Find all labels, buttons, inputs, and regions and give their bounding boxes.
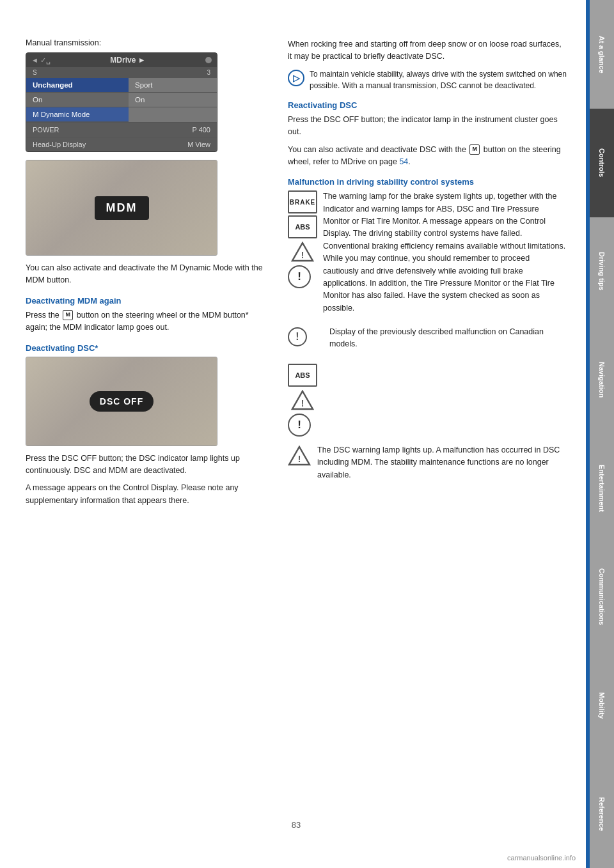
sidebar-label-controls: Controls xyxy=(598,148,606,177)
reactivating-text: Press the DSC OFF button; the indicator … xyxy=(288,114,567,139)
canadian-triangle-icon: ! xyxy=(288,389,317,412)
sidebar-label-at-glance: At a glance xyxy=(598,36,606,74)
canadian-exclaim2-icon: ! xyxy=(288,414,311,437)
dsc-off-badge: DSC OFF xyxy=(90,391,154,412)
mdrive-header-left: ◄ ✓␣ xyxy=(31,56,51,65)
deactivating-mdm-heading: Deactivating MDM again xyxy=(26,296,269,306)
sidebar-item-communications[interactable]: Communications xyxy=(590,543,614,651)
sidebar-label-driving-tips: Driving tips xyxy=(598,252,606,291)
svg-text:!: ! xyxy=(301,398,304,408)
dsc-lamp-text: The DSC warning lamp lights up. A malfun… xyxy=(317,444,567,481)
sidebar-item-navigation[interactable]: Navigation xyxy=(590,325,614,434)
sidebar-item-reference[interactable]: Reference xyxy=(590,759,614,868)
transmission-label: Manual transmission: xyxy=(26,38,269,47)
sidebar-label-reference: Reference xyxy=(598,797,606,831)
malfunction-warning-text: The warning lamp for the brake system li… xyxy=(323,190,567,314)
carmanuals-text: carmanualsonline.info xyxy=(507,854,576,862)
carmanuals-footer: carmanualsonline.info xyxy=(507,854,576,862)
deactivating-dsc-heading: Deactivating DSC* xyxy=(26,343,269,353)
reactivating-heading: Reactivating DSC xyxy=(288,100,567,110)
svg-text:!: ! xyxy=(301,250,304,260)
exclaim-warning-icon: ! xyxy=(288,265,311,288)
note-icon: ▷ xyxy=(288,70,304,86)
malfunction-heading: Malfunction in driving stability control… xyxy=(288,177,567,187)
rocking-text: When rocking free and starting off from … xyxy=(288,38,567,63)
mdrive-title: MDrive ► xyxy=(54,56,201,65)
dsc-press-text: Press the DSC OFF button; the DSC indica… xyxy=(26,453,269,477)
mdrive-page-ref[interactable]: 54 xyxy=(399,157,408,166)
mdrive-dot xyxy=(205,57,212,63)
abs-warning-icon: ABS xyxy=(288,215,317,238)
mdrive-hud-value: M View xyxy=(187,141,210,148)
mdm-button-icon: M xyxy=(63,310,73,320)
sidebar-item-mobility[interactable]: Mobility xyxy=(590,651,614,760)
sidebar-item-entertainment[interactable]: Entertainment xyxy=(590,434,614,543)
sidebar: At a glance Controls Driving tips Naviga… xyxy=(590,0,614,868)
warning-section: BRAKE ABS ! ! The warning lamp for the b… xyxy=(288,190,567,320)
dsc-off-image: DSC OFF xyxy=(26,357,217,446)
canadian-exclaim-icon: ! xyxy=(288,327,307,346)
sidebar-label-entertainment: Entertainment xyxy=(598,465,606,512)
mdrive-hud-label: Head-Up Display xyxy=(33,141,187,148)
note-text: To maintain vehicle stability, always dr… xyxy=(310,68,567,91)
you-can-text: You can also activate and deactivate the… xyxy=(26,262,269,287)
dsc-lamp-section: ! The DSC warning lamp lights up. A malf… xyxy=(288,444,567,486)
sidebar-item-at-glance[interactable]: At a glance xyxy=(590,0,614,109)
canadian-icons-section: ABS ! ! xyxy=(288,364,567,437)
deactivating-mdm-text: Press the M button on the steering wheel… xyxy=(26,309,269,334)
right-column: When rocking free and starting off from … xyxy=(288,38,567,807)
mdrive-row-header: S 3 xyxy=(26,67,217,78)
mdrive-right-on: On xyxy=(129,93,217,107)
mdrive-menu-image: ◄ ✓␣ MDrive ► S 3 Unchanged On M Dynamic… xyxy=(26,52,217,152)
triangle-warning-icon: ! xyxy=(288,240,317,263)
mdrive-power-label: POWER xyxy=(33,126,192,134)
mdrive-right-sport: Sport xyxy=(129,78,217,93)
canadian-section: ! Display of the previously described ma… xyxy=(288,326,567,356)
note-box: ▷ To maintain vehicle stability, always … xyxy=(288,68,567,91)
mdrive-col-3: 3 xyxy=(207,69,210,76)
warning-icons-stack: BRAKE ABS ! ! xyxy=(288,190,323,288)
sidebar-item-controls[interactable]: Controls xyxy=(590,109,614,217)
sidebar-label-mobility: Mobility xyxy=(598,692,606,719)
svg-text:!: ! xyxy=(298,454,301,464)
mdrive-power-value: P 400 xyxy=(192,126,210,134)
sidebar-label-communications: Communications xyxy=(598,568,606,625)
canadian-note-text: Display of the previously described malf… xyxy=(329,326,567,351)
reactivating-text2: You can also activate and deactivate DSC… xyxy=(288,144,567,169)
mdm-button-image: MDM xyxy=(26,160,217,256)
brake-warning-icon: BRAKE xyxy=(288,190,317,213)
mdrive-hud-row: Head-Up Display M View xyxy=(26,137,217,151)
page-number: 83 xyxy=(26,820,567,830)
left-column: Manual transmission: ◄ ✓␣ MDrive ► S 3 xyxy=(26,38,269,807)
mdrive-power-row: POWER P 400 xyxy=(26,122,217,137)
canadian-abs-icon: ABS xyxy=(288,364,317,387)
mdrive-row-on: On xyxy=(26,93,129,107)
mdm-badge: MDM xyxy=(95,196,149,220)
mdrive-wheel-icon: M xyxy=(469,144,480,155)
sidebar-label-navigation: Navigation xyxy=(598,362,606,398)
sidebar-item-driving-tips[interactable]: Driving tips xyxy=(590,217,614,326)
mdrive-row-dynamic: M Dynamic Mode xyxy=(26,107,129,122)
dsc-message-text: A message appears on the Control Display… xyxy=(26,482,269,507)
mdrive-col-s: S xyxy=(33,69,37,76)
dsc-triangle-icon: ! xyxy=(288,446,311,466)
mdrive-row-unchanged: Unchanged xyxy=(26,78,129,93)
